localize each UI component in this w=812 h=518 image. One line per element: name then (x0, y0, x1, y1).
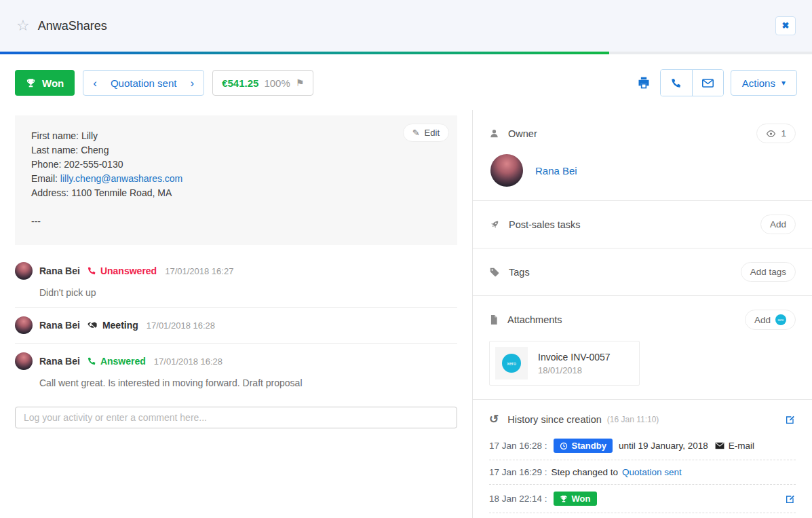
attachments-label: Attachments (507, 314, 562, 325)
contact-last-name: Last name: Cheng (31, 143, 441, 158)
won-badge: Won (554, 492, 597, 506)
phone-unanswered-icon (87, 266, 96, 276)
history-row: 17 Jan 16:28 : Standby until 19 January,… (489, 432, 796, 460)
toolbar: Won ‹ Quotation sent › €541.25 100% ⚑ (0, 54, 812, 110)
step-selector[interactable]: ‹ Quotation sent › (83, 70, 204, 96)
handshake-icon (87, 320, 98, 331)
actions-dropdown[interactable]: Actions ▾ (731, 70, 797, 96)
history-icon: ↺ (489, 413, 499, 425)
trophy-icon (26, 78, 36, 88)
post-sales-section: Post-sales tasks Add (473, 200, 812, 248)
chevron-right-icon[interactable]: › (190, 77, 194, 89)
add-task-button[interactable]: Add (760, 215, 796, 234)
deal-probability: 100% (264, 77, 290, 89)
tags-label: Tags (509, 267, 530, 278)
actions-label: Actions (742, 77, 775, 89)
activity-item: Rana Bei Meeting 17/01/2018 16:28 (15, 308, 457, 344)
activity-type: Answered (87, 356, 146, 367)
post-sales-label: Post-sales tasks (509, 219, 581, 230)
history-row: 17 Jan 16:29 : Step changed to Quotation… (489, 460, 796, 485)
flag-icon: ⚑ (296, 77, 305, 88)
close-button[interactable]: ✖ (775, 16, 796, 35)
tags-section: Tags Add tags (473, 248, 812, 295)
xero-icon: xero (775, 314, 786, 325)
owner-section: Owner 1 Rana Bei (473, 110, 812, 200)
xero-icon: xero (502, 354, 521, 373)
activity-date: 17/01/2018 16:27 (165, 266, 233, 276)
lead-sidebar: Owner 1 Rana Bei Post-sales ta (473, 110, 812, 518)
history-text: Step changed to (552, 467, 618, 477)
contact-first-name: First name: Lilly (31, 129, 441, 143)
activity-author: Rana Bei (39, 265, 80, 276)
contact-actions-group (660, 69, 724, 96)
history-time: 17 Jan 16:29 : (489, 467, 547, 477)
edit-history-icon[interactable] (785, 414, 796, 425)
chevron-left-icon[interactable]: ‹ (93, 77, 97, 89)
add-tags-button[interactable]: Add tags (741, 262, 796, 282)
activity-type: Meeting (87, 320, 138, 331)
history-time: 17 Jan 16:28 : (489, 441, 547, 451)
history-section: ↺ History since creation (16 Jan 11:10) … (473, 399, 812, 518)
eye-icon (766, 130, 776, 138)
contact-email: Email: lilly.cheng@anwashares.com (31, 172, 441, 186)
edit-contact-button[interactable]: ✎ Edit (403, 124, 449, 142)
views-badge[interactable]: 1 (756, 124, 796, 143)
email-link[interactable]: lilly.cheng@anwashares.com (60, 173, 182, 184)
status-label: Won (42, 77, 64, 89)
tag-icon (489, 267, 500, 278)
favorite-star-icon[interactable]: ☆ (16, 18, 30, 33)
page-title: AnwaShares (38, 19, 107, 33)
print-button[interactable] (634, 70, 653, 96)
status-won-button[interactable]: Won (15, 70, 75, 96)
caret-down-icon: ▾ (781, 78, 786, 88)
activity-item: Rana Bei Answered 17/01/2018 16:28 Call … (15, 344, 457, 397)
contact-address: Address: 1100 Tenmile Road, MA (31, 186, 441, 200)
deal-amount: €541.25 (222, 77, 258, 89)
activity-comment: Didn't pick up (39, 287, 457, 298)
lead-header: ☆ AnwaShares ✖ (0, 0, 812, 52)
activity-comment: Call went great. Is interested in moving… (39, 377, 457, 388)
contact-phone: Phone: 202-555-0130 (31, 158, 441, 172)
person-icon (489, 128, 499, 138)
avatar (15, 316, 33, 334)
activity-input[interactable] (15, 407, 457, 428)
history-created-date: (16 Jan 11:10) (607, 415, 659, 424)
email-button[interactable] (692, 70, 723, 96)
clock-icon (560, 442, 568, 450)
lead-main-panel: First name: Lilly Last name: Cheng Phone… (0, 110, 473, 518)
avatar (15, 352, 33, 370)
attachment-item[interactable]: xero Invoice INV-0057 18/01/2018 (489, 341, 640, 386)
views-count: 1 (781, 128, 786, 138)
activity-date: 17/01/2018 16:28 (147, 320, 215, 331)
history-time: 18 Jan 22:14 : (489, 494, 547, 504)
history-text: until 19 January, 2018 (619, 441, 708, 451)
call-button[interactable] (661, 70, 692, 96)
step-label[interactable]: Quotation sent (111, 77, 177, 89)
standby-badge: Standby (554, 439, 613, 453)
envelope-solid-icon (715, 442, 724, 449)
rocket-icon (489, 219, 500, 230)
activity-type: Unanswered (87, 265, 157, 276)
attachment-name: Invoice INV-0057 (538, 352, 611, 363)
contact-divider: --- (31, 215, 441, 229)
pencil-icon: ✎ (412, 128, 420, 138)
activity-date: 17/01/2018 16:28 (154, 356, 223, 367)
activity-item: Rana Bei Unanswered 17/01/2018 16:27 Did… (15, 253, 457, 308)
edit-status-icon[interactable] (785, 494, 796, 504)
owner-label: Owner (508, 128, 537, 139)
history-label: History since creation (507, 414, 602, 425)
phone-icon (670, 77, 682, 89)
amount-button[interactable]: €541.25 100% ⚑ (212, 70, 313, 96)
avatar (15, 262, 33, 280)
attachment-thumbnail: xero (495, 347, 528, 380)
activity-author: Rana Bei (39, 320, 80, 331)
owner-avatar[interactable] (490, 154, 523, 187)
add-attachment-button[interactable]: Add xero (745, 310, 796, 330)
history-email-label: E-mail (729, 441, 754, 451)
activity-timeline: Rana Bei Unanswered 17/01/2018 16:27 Did… (15, 253, 457, 428)
activity-author: Rana Bei (39, 356, 80, 367)
attachment-date: 18/01/2018 (538, 365, 611, 375)
owner-name-link[interactable]: Rana Bei (535, 165, 577, 177)
trophy-icon (560, 495, 568, 503)
history-step-link[interactable]: Quotation sent (622, 467, 682, 477)
